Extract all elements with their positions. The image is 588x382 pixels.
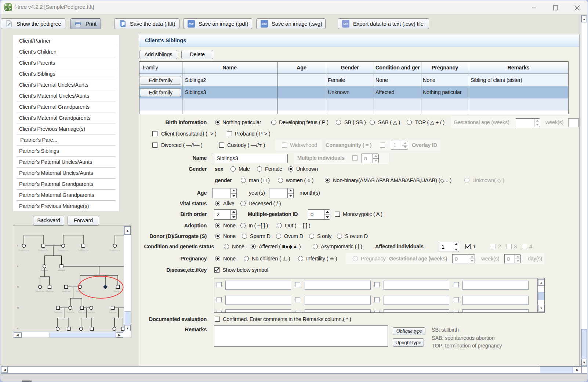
svg-text:Partner of me: Partner of me bbox=[54, 311, 62, 313]
svg-text:Sibling of client: Sibling of client bbox=[76, 291, 84, 292]
svg-text:Sibling of client: Sibling of client bbox=[36, 291, 44, 292]
svg-text:Parent of me: Parent of me bbox=[41, 270, 48, 271]
svg-text:Sibling of client: Sibling of client bbox=[46, 291, 54, 292]
svg-text:II: II bbox=[17, 266, 18, 267]
svg-text:IV: IV bbox=[17, 307, 19, 309]
svg-text:Parent of me: Parent of me bbox=[58, 270, 65, 271]
svg-text:Partner of me: Partner of me bbox=[109, 311, 117, 313]
svg-text:V: V bbox=[17, 328, 18, 330]
svg-text:III: III bbox=[17, 286, 19, 288]
svg-text:Grandparent of me: Grandparent of me bbox=[58, 249, 69, 251]
svg-text:+: + bbox=[105, 287, 106, 289]
svg-text:Grandparent of me: Grandparent of me bbox=[110, 249, 120, 251]
svg-text:Partner of me: Partner of me bbox=[87, 311, 95, 313]
svg-text:Partner of me: Partner of me bbox=[66, 311, 74, 313]
svg-text:Grandparent of me: Grandparent of me bbox=[38, 249, 49, 251]
svg-text:Partner of me: Partner of me bbox=[78, 311, 86, 313]
svg-text:Sibling of client: Sibling of client bbox=[114, 291, 122, 292]
svg-text:Grandparent of me: Grandparent of me bbox=[19, 249, 29, 251]
svg-text:I: I bbox=[17, 245, 18, 247]
svg-text:Grandparent of me: Grandparent of me bbox=[78, 249, 89, 251]
svg-text:Sibling of client: Sibling of client bbox=[62, 291, 70, 292]
